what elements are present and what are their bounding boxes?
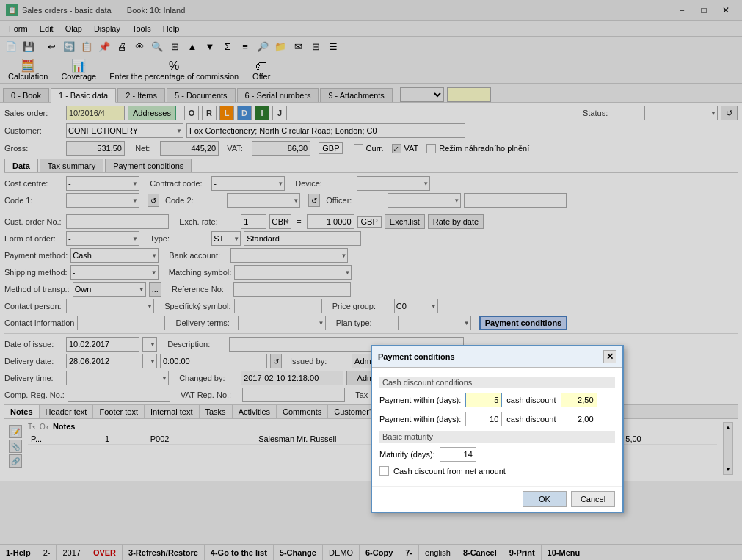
modal-maturity-label: Maturity (days): [379, 450, 435, 459]
modal-body: Cash discount conditions Payment within … [372, 368, 622, 486]
modal-row2-label: Payment within (days): [379, 415, 461, 423]
modal-ok-btn[interactable]: OK [523, 491, 567, 507]
modal-maturity-row: Maturity (days): [379, 447, 615, 462]
modal-overlay: Payment conditions ✕ Cash discount condi… [0, 0, 742, 560]
modal-row1-discount[interactable] [561, 393, 597, 407]
modal-close-btn[interactable]: ✕ [603, 350, 616, 363]
modal-row1: Payment within (days): cash discount [379, 393, 615, 407]
modal-checkbox-label: Cash discount from net amount [393, 467, 506, 476]
modal-footer: OK Cancel [372, 486, 622, 512]
payment-conditions-modal: Payment conditions ✕ Cash discount condi… [371, 345, 624, 513]
modal-section1-label: Cash discount conditions [379, 377, 615, 388]
modal-checkbox-row: Cash discount from net amount [379, 466, 615, 476]
modal-checkbox[interactable] [379, 466, 389, 476]
modal-cancel-btn[interactable]: Cancel [571, 491, 615, 507]
modal-row2: Payment within (days): cash discount [379, 412, 615, 426]
modal-row2-discount-label: cash discount [506, 415, 556, 423]
modal-row2-days[interactable] [465, 412, 502, 426]
modal-row1-discount-label: cash discount [506, 396, 556, 404]
modal-row2-discount[interactable] [561, 412, 597, 426]
modal-title-bar: Payment conditions ✕ [372, 346, 622, 368]
modal-title: Payment conditions [378, 352, 455, 361]
modal-maturity-input[interactable] [440, 447, 476, 462]
modal-row1-days[interactable] [465, 393, 502, 407]
modal-row1-label: Payment within (days): [379, 396, 461, 404]
modal-section2-label: Basic maturity [379, 431, 615, 443]
